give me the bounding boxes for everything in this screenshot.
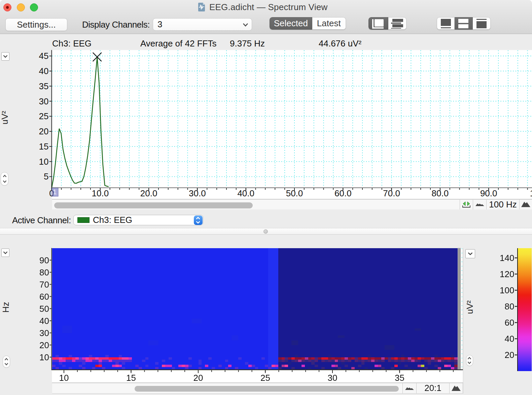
panel-top-segment[interactable] (437, 17, 455, 30)
document-icon (198, 2, 205, 12)
spectrogram-ratio-value: 20:1 (416, 383, 449, 394)
active-channel-label: Active Channel: (12, 215, 71, 225)
panel-arrangement-segmented (437, 17, 491, 30)
split-view-segment[interactable] (455, 17, 473, 30)
svg-text:80: 80 (39, 267, 49, 277)
spectrogram-plot: 1020304050607080901015202530351401201008… (0, 234, 532, 395)
svg-text:40: 40 (505, 334, 515, 344)
svg-text:30: 30 (39, 96, 49, 106)
spectrogram-compress-x-button[interactable] (402, 383, 416, 394)
svg-text:15: 15 (126, 373, 136, 383)
spectrogram-expand-x-button[interactable] (449, 383, 463, 394)
compress-mountain-icon (405, 386, 414, 390)
spectrogram-h-scrollbar-thumb[interactable] (135, 386, 399, 392)
svg-text:5: 5 (44, 171, 48, 182)
window-title: EEG.adicht — Spectrum View (209, 2, 328, 12)
titlebar-toolbar: EEG.adicht — Spectrum View Settings... D… (0, 0, 532, 34)
svg-text:25: 25 (39, 111, 49, 121)
svg-text:60: 60 (505, 318, 515, 328)
plot-axes-icon (372, 19, 384, 29)
spectrogram-h-scrollbar[interactable] (52, 383, 402, 394)
svg-text:20: 20 (193, 373, 203, 383)
plot-style-segmented (368, 17, 406, 30)
svg-text:140: 140 (500, 253, 514, 263)
stacked-panels-segment[interactable] (388, 17, 407, 30)
svg-text:20: 20 (39, 126, 49, 136)
expand-mountain-icon (521, 201, 530, 207)
document-edited-dot (6, 6, 9, 9)
display-channels-label: Display Channels: (82, 18, 150, 31)
close-button[interactable] (3, 3, 11, 11)
title-zone: EEG.adicht — Spectrum View (198, 1, 328, 13)
spectrum-h-scrollbar-thumb[interactable] (54, 202, 253, 208)
spectrum-expand-x-button[interactable] (519, 200, 532, 210)
split-view-icon (458, 19, 469, 29)
svg-text:10: 10 (39, 157, 49, 167)
svg-text:40: 40 (39, 316, 49, 326)
chevron-up-icon (196, 217, 200, 220)
svg-text:30: 30 (328, 373, 338, 383)
spectrum-autofit-button[interactable] (460, 200, 473, 210)
channel-color-swatch (77, 217, 90, 223)
svg-text:60: 60 (39, 292, 49, 302)
spectrum-h-scrollbar[interactable] (52, 200, 460, 210)
svg-text:120: 120 (500, 269, 514, 279)
spectrum-compress-x-button[interactable] (473, 200, 486, 210)
minimize-button[interactable] (17, 3, 25, 11)
svg-text:90: 90 (39, 255, 49, 265)
active-channel-value: Ch3: EEG (93, 215, 132, 225)
svg-text:45: 45 (39, 51, 49, 61)
selected-latest-segmented: Selected Latest (270, 17, 346, 30)
svg-text:35: 35 (39, 81, 49, 91)
svg-text:35: 35 (395, 373, 404, 383)
panel-bottom-icon (476, 19, 487, 29)
chevron-down-icon (196, 221, 200, 224)
svg-text:50: 50 (39, 304, 49, 314)
svg-text:30: 30 (39, 328, 49, 338)
expand-mountain-icon (452, 385, 461, 391)
svg-text:15: 15 (39, 141, 49, 152)
svg-text:80: 80 (505, 301, 515, 311)
svg-text:1: 1 (53, 188, 57, 196)
stacked-panels-icon (391, 19, 403, 29)
svg-text:20: 20 (39, 340, 49, 350)
panel-top-icon (440, 19, 451, 29)
svg-text:25: 25 (260, 373, 270, 383)
splitter-handle[interactable] (263, 229, 268, 234)
panel-bottom-segment[interactable] (473, 17, 491, 30)
svg-text:100: 100 (530, 188, 532, 198)
popup-arrows (194, 216, 203, 225)
svg-text:70: 70 (39, 279, 49, 290)
svg-text:100: 100 (500, 285, 514, 295)
display-channels-select[interactable]: 3 (153, 18, 252, 31)
svg-text:10: 10 (59, 373, 69, 383)
colorbar-gradient (517, 248, 532, 371)
active-channel-popup[interactable]: Ch3: EEG (73, 215, 203, 225)
svg-text:20: 20 (505, 350, 515, 360)
app-window: EEG.adicht — Spectrum View Settings... D… (0, 0, 532, 395)
segment-latest[interactable]: Latest (312, 17, 346, 30)
h-zoom-arrows-icon (462, 201, 471, 208)
plot-axes-segment[interactable] (368, 17, 388, 30)
spectrum-plot[interactable]: 51015202530354045010.020.030.040.050.060… (0, 34, 532, 209)
segment-selected[interactable]: Selected (270, 17, 312, 30)
zoom-button[interactable] (30, 3, 38, 11)
chevron-down-icon (243, 23, 248, 27)
spectrum-range-value: 100 Hz (486, 200, 519, 210)
svg-text:40: 40 (39, 66, 49, 76)
compress-mountain-icon (475, 202, 484, 206)
settings-button[interactable]: Settings... (5, 18, 67, 31)
svg-text:10: 10 (39, 352, 49, 362)
